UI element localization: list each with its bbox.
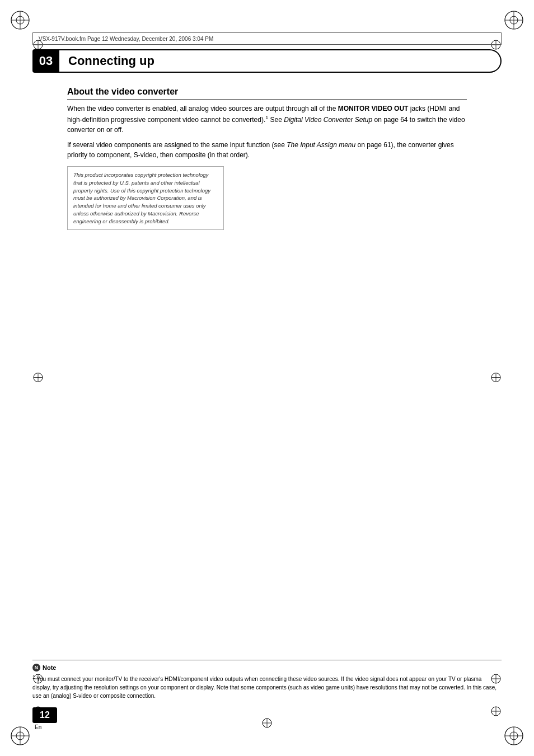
main-content: About the video converter When the video… xyxy=(67,87,467,239)
chapter-number: 03 xyxy=(32,49,59,73)
note-header: N Note xyxy=(32,664,502,672)
corner-decoration-tl xyxy=(10,10,30,30)
paragraph-1: When the video converter is enabled, all… xyxy=(67,104,467,135)
note-body-text: You must connect your monitor/TV to the … xyxy=(32,677,496,699)
left-center-crosshair xyxy=(32,372,44,384)
italic-input-assign: The Input Assign menu xyxy=(287,141,355,149)
footnote-ref-1: 1 xyxy=(265,115,268,120)
note-label: Note xyxy=(43,664,56,671)
page: VSX-917V.book.fm Page 12 Wednesday, Dece… xyxy=(0,0,534,756)
bold-monitor-out: MONITOR VIDEO OUT xyxy=(338,105,409,112)
corner-decoration-bl xyxy=(10,726,30,746)
corner-decoration-br xyxy=(504,726,524,746)
page-number: 12 xyxy=(32,707,57,723)
right-center-crosshair xyxy=(490,372,502,384)
chapter-title: Connecting up xyxy=(68,54,154,68)
page-lang: En xyxy=(35,724,41,730)
footnote-1: 1 xyxy=(32,674,35,680)
section-heading: About the video converter xyxy=(67,87,467,100)
filepath-bar: VSX-917V.book.fm Page 12 Wednesday, Dece… xyxy=(32,32,502,45)
note-icon: N xyxy=(32,664,40,672)
corner-decoration-tr xyxy=(504,10,524,30)
paragraph-2: If several video components are assigned… xyxy=(67,140,467,161)
note-body: 1 You must connect your monitor/TV to th… xyxy=(32,674,502,700)
inner-crosshair-br xyxy=(490,706,502,717)
italic-dvd-setup: Digital Video Converter Setup xyxy=(284,116,372,124)
copyright-box: This product incorporates copyright prot… xyxy=(67,166,224,230)
copyright-text: This product incorporates copyright prot… xyxy=(73,171,218,225)
bottom-center-crosshair xyxy=(261,717,273,730)
filepath-text: VSX-917V.book.fm Page 12 Wednesday, Dece… xyxy=(39,36,213,42)
page-number-section: 12 En xyxy=(32,707,57,730)
chapter-header: 03 Connecting up xyxy=(32,49,502,73)
chapter-title-box: Connecting up xyxy=(59,49,502,73)
note-section: N Note 1 You must connect your monitor/T… xyxy=(32,660,502,700)
